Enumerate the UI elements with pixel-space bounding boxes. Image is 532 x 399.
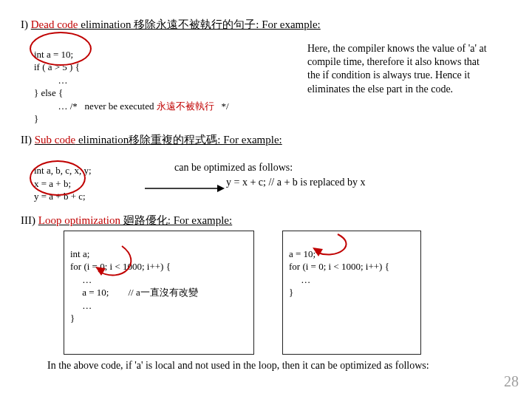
sec2-num: II) — [21, 134, 35, 146]
sec2-red: Sub code — [35, 134, 75, 146]
code-box-before: int a; for (i = 0; i < 1000; i++) { … a … — [64, 231, 254, 355]
sec2-result: y = x + c; // a + b is replaced by x — [174, 174, 366, 188]
never-executed-red: 永遠不被執行 — [157, 100, 214, 112]
code-line: } else { — [34, 87, 63, 98]
code-line: if ( a > 5 ) { — [34, 61, 80, 72]
sec2-rest: elimination移除重複的程式碼: For example: — [75, 134, 282, 146]
section3-body: int a; for (i = 0; i < 1000; i++) { … a … — [34, 231, 511, 373]
slide-number: 28 — [504, 373, 519, 390]
code-line: */ — [214, 100, 229, 112]
section3-heading: III) Loop optimization 廻路優化: For example… — [21, 214, 511, 228]
sec1-num: I) — [21, 18, 31, 30]
sec2-opt-label: can be optimized as follows: — [174, 162, 366, 174]
sec2-code: int a, b, c, x, y; x = a + b; y = a + b … — [34, 151, 174, 203]
code-line: a = 10; — [289, 248, 316, 259]
sec3-red: Loop optimization — [38, 214, 120, 226]
code-line: int a; — [70, 248, 89, 259]
code-line: … — [34, 75, 68, 86]
code-line: for (i = 0; i < 1000; i++) { — [289, 261, 389, 272]
sec3-note: In the above code, if 'a' is local and n… — [47, 359, 511, 373]
sec1-red: Dead code — [31, 18, 78, 30]
code-line: … — [289, 274, 310, 285]
sec1-explain: Here, the compiler knows the value of 'a… — [307, 35, 491, 126]
code-line: int a, b, c, x, y; — [34, 165, 92, 176]
section2-body: int a, b, c, x, y; x = a + b; y = a + b … — [34, 151, 511, 203]
code-line: y = a + b + c; — [34, 191, 86, 202]
sec1-code: int a = 10; if ( a > 5 ) { … } else { … … — [34, 35, 307, 126]
code-line: } — [289, 287, 293, 298]
code-line: … — [70, 274, 92, 285]
sec1-rest: elimination 移除永遠不被執行的句子: For example: — [78, 18, 320, 30]
code-box-after: a = 10; for (i = 0; i < 1000; i++) { … } — [282, 231, 421, 355]
code-line: x = a + b; — [34, 178, 71, 189]
code-line: int a = 10; — [34, 49, 73, 60]
code-line: … — [70, 300, 92, 311]
code-line: } — [34, 113, 38, 124]
section1-body: int a = 10; if ( a > 5 ) { … } else { … … — [34, 35, 511, 126]
sec3-rest: 廻路優化: For example: — [120, 214, 232, 226]
code-line: … /* never be executed — [34, 100, 157, 112]
section2-heading: II) Sub code elimination移除重複的程式碼: For ex… — [21, 133, 511, 147]
code-line: } — [70, 313, 75, 324]
sec3-num: III) — [21, 214, 38, 226]
code-comment: // a一直沒有改變 — [128, 287, 197, 298]
code-line: a = 10; — [70, 287, 109, 298]
section1-heading: I) Dead code elimination 移除永遠不被執行的句子: Fo… — [21, 18, 511, 32]
code-line: for (i = 0; i < 1000; i++) { — [70, 261, 171, 272]
